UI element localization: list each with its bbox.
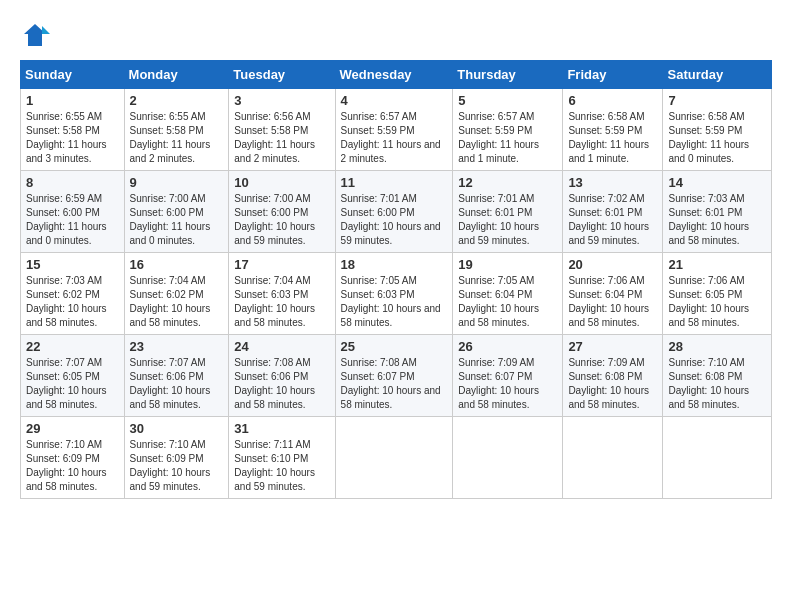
day-number: 19	[458, 257, 557, 272]
day-info: Sunrise: 7:04 AMSunset: 6:03 PMDaylight:…	[234, 275, 315, 328]
calendar-day-cell: 3 Sunrise: 6:56 AMSunset: 5:58 PMDayligh…	[229, 89, 335, 171]
day-info: Sunrise: 7:05 AMSunset: 6:03 PMDaylight:…	[341, 275, 441, 328]
day-info: Sunrise: 7:08 AMSunset: 6:06 PMDaylight:…	[234, 357, 315, 410]
calendar-day-cell: 8 Sunrise: 6:59 AMSunset: 6:00 PMDayligh…	[21, 171, 125, 253]
day-info: Sunrise: 7:11 AMSunset: 6:10 PMDaylight:…	[234, 439, 315, 492]
day-info: Sunrise: 7:06 AMSunset: 6:04 PMDaylight:…	[568, 275, 649, 328]
day-number: 27	[568, 339, 657, 354]
weekday-header-cell: Friday	[563, 61, 663, 89]
calendar-body: 1 Sunrise: 6:55 AMSunset: 5:58 PMDayligh…	[21, 89, 772, 499]
calendar-day-cell: 18 Sunrise: 7:05 AMSunset: 6:03 PMDaylig…	[335, 253, 453, 335]
calendar-day-cell: 25 Sunrise: 7:08 AMSunset: 6:07 PMDaylig…	[335, 335, 453, 417]
day-info: Sunrise: 7:04 AMSunset: 6:02 PMDaylight:…	[130, 275, 211, 328]
day-info: Sunrise: 6:57 AMSunset: 5:59 PMDaylight:…	[341, 111, 441, 164]
day-info: Sunrise: 7:05 AMSunset: 6:04 PMDaylight:…	[458, 275, 539, 328]
calendar-day-cell: 12 Sunrise: 7:01 AMSunset: 6:01 PMDaylig…	[453, 171, 563, 253]
day-number: 14	[668, 175, 766, 190]
day-number: 24	[234, 339, 329, 354]
weekday-header-cell: Monday	[124, 61, 229, 89]
day-number: 26	[458, 339, 557, 354]
calendar-day-cell: 10 Sunrise: 7:00 AMSunset: 6:00 PMDaylig…	[229, 171, 335, 253]
weekday-header-cell: Tuesday	[229, 61, 335, 89]
calendar-week-row: 15 Sunrise: 7:03 AMSunset: 6:02 PMDaylig…	[21, 253, 772, 335]
day-info: Sunrise: 7:10 AMSunset: 6:08 PMDaylight:…	[668, 357, 749, 410]
day-number: 18	[341, 257, 448, 272]
calendar-day-cell: 30 Sunrise: 7:10 AMSunset: 6:09 PMDaylig…	[124, 417, 229, 499]
calendar-day-cell: 16 Sunrise: 7:04 AMSunset: 6:02 PMDaylig…	[124, 253, 229, 335]
calendar-day-cell: 4 Sunrise: 6:57 AMSunset: 5:59 PMDayligh…	[335, 89, 453, 171]
empty-cell	[453, 417, 563, 499]
page-header	[20, 20, 772, 50]
calendar-day-cell: 22 Sunrise: 7:07 AMSunset: 6:05 PMDaylig…	[21, 335, 125, 417]
calendar-day-cell: 29 Sunrise: 7:10 AMSunset: 6:09 PMDaylig…	[21, 417, 125, 499]
day-number: 5	[458, 93, 557, 108]
day-info: Sunrise: 7:03 AMSunset: 6:01 PMDaylight:…	[668, 193, 749, 246]
day-info: Sunrise: 6:55 AMSunset: 5:58 PMDaylight:…	[130, 111, 211, 164]
day-info: Sunrise: 7:09 AMSunset: 6:08 PMDaylight:…	[568, 357, 649, 410]
calendar-day-cell: 7 Sunrise: 6:58 AMSunset: 5:59 PMDayligh…	[663, 89, 772, 171]
day-number: 7	[668, 93, 766, 108]
day-number: 12	[458, 175, 557, 190]
day-info: Sunrise: 6:59 AMSunset: 6:00 PMDaylight:…	[26, 193, 107, 246]
calendar-day-cell: 5 Sunrise: 6:57 AMSunset: 5:59 PMDayligh…	[453, 89, 563, 171]
calendar-week-row: 29 Sunrise: 7:10 AMSunset: 6:09 PMDaylig…	[21, 417, 772, 499]
weekday-header-cell: Sunday	[21, 61, 125, 89]
day-number: 16	[130, 257, 224, 272]
day-info: Sunrise: 7:00 AMSunset: 6:00 PMDaylight:…	[130, 193, 211, 246]
calendar-day-cell: 11 Sunrise: 7:01 AMSunset: 6:00 PMDaylig…	[335, 171, 453, 253]
day-info: Sunrise: 6:56 AMSunset: 5:58 PMDaylight:…	[234, 111, 315, 164]
day-info: Sunrise: 6:55 AMSunset: 5:58 PMDaylight:…	[26, 111, 107, 164]
day-number: 31	[234, 421, 329, 436]
day-number: 3	[234, 93, 329, 108]
day-number: 6	[568, 93, 657, 108]
day-number: 15	[26, 257, 119, 272]
day-info: Sunrise: 7:10 AMSunset: 6:09 PMDaylight:…	[26, 439, 107, 492]
calendar-week-row: 22 Sunrise: 7:07 AMSunset: 6:05 PMDaylig…	[21, 335, 772, 417]
day-info: Sunrise: 6:58 AMSunset: 5:59 PMDaylight:…	[668, 111, 749, 164]
calendar-day-cell: 27 Sunrise: 7:09 AMSunset: 6:08 PMDaylig…	[563, 335, 663, 417]
day-number: 1	[26, 93, 119, 108]
day-info: Sunrise: 7:07 AMSunset: 6:05 PMDaylight:…	[26, 357, 107, 410]
empty-cell	[663, 417, 772, 499]
calendar-day-cell: 26 Sunrise: 7:09 AMSunset: 6:07 PMDaylig…	[453, 335, 563, 417]
day-info: Sunrise: 7:06 AMSunset: 6:05 PMDaylight:…	[668, 275, 749, 328]
day-number: 13	[568, 175, 657, 190]
calendar-day-cell: 21 Sunrise: 7:06 AMSunset: 6:05 PMDaylig…	[663, 253, 772, 335]
day-number: 25	[341, 339, 448, 354]
calendar-day-cell: 23 Sunrise: 7:07 AMSunset: 6:06 PMDaylig…	[124, 335, 229, 417]
day-number: 23	[130, 339, 224, 354]
day-info: Sunrise: 7:03 AMSunset: 6:02 PMDaylight:…	[26, 275, 107, 328]
weekday-header-cell: Wednesday	[335, 61, 453, 89]
day-number: 10	[234, 175, 329, 190]
empty-cell	[335, 417, 453, 499]
weekday-header-row: SundayMondayTuesdayWednesdayThursdayFrid…	[21, 61, 772, 89]
calendar-day-cell: 31 Sunrise: 7:11 AMSunset: 6:10 PMDaylig…	[229, 417, 335, 499]
calendar-week-row: 1 Sunrise: 6:55 AMSunset: 5:58 PMDayligh…	[21, 89, 772, 171]
svg-marker-1	[42, 26, 50, 34]
day-number: 22	[26, 339, 119, 354]
calendar-day-cell: 17 Sunrise: 7:04 AMSunset: 6:03 PMDaylig…	[229, 253, 335, 335]
day-number: 30	[130, 421, 224, 436]
day-number: 2	[130, 93, 224, 108]
day-number: 20	[568, 257, 657, 272]
day-info: Sunrise: 6:58 AMSunset: 5:59 PMDaylight:…	[568, 111, 649, 164]
day-info: Sunrise: 7:02 AMSunset: 6:01 PMDaylight:…	[568, 193, 649, 246]
day-info: Sunrise: 7:08 AMSunset: 6:07 PMDaylight:…	[341, 357, 441, 410]
calendar-day-cell: 9 Sunrise: 7:00 AMSunset: 6:00 PMDayligh…	[124, 171, 229, 253]
day-number: 28	[668, 339, 766, 354]
calendar-week-row: 8 Sunrise: 6:59 AMSunset: 6:00 PMDayligh…	[21, 171, 772, 253]
weekday-header-cell: Saturday	[663, 61, 772, 89]
calendar-day-cell: 14 Sunrise: 7:03 AMSunset: 6:01 PMDaylig…	[663, 171, 772, 253]
logo-icon	[20, 20, 50, 50]
day-number: 11	[341, 175, 448, 190]
calendar-day-cell: 19 Sunrise: 7:05 AMSunset: 6:04 PMDaylig…	[453, 253, 563, 335]
weekday-header-cell: Thursday	[453, 61, 563, 89]
day-number: 29	[26, 421, 119, 436]
day-info: Sunrise: 7:01 AMSunset: 6:01 PMDaylight:…	[458, 193, 539, 246]
calendar-day-cell: 1 Sunrise: 6:55 AMSunset: 5:58 PMDayligh…	[21, 89, 125, 171]
day-number: 4	[341, 93, 448, 108]
day-number: 17	[234, 257, 329, 272]
day-number: 8	[26, 175, 119, 190]
day-info: Sunrise: 7:07 AMSunset: 6:06 PMDaylight:…	[130, 357, 211, 410]
calendar-day-cell: 13 Sunrise: 7:02 AMSunset: 6:01 PMDaylig…	[563, 171, 663, 253]
